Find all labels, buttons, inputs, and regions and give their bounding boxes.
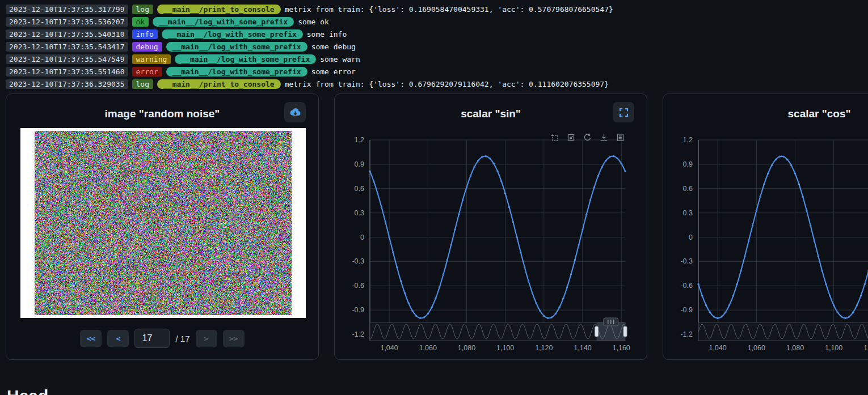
log-line: 2023-12-10T17:37:35.540310 info __main__… bbox=[6, 29, 613, 39]
log-module-badge: __main__/log_with_some_prefix bbox=[153, 17, 294, 27]
svg-text:1,140: 1,140 bbox=[574, 344, 591, 352]
log-line: 2023-12-10T17:37:36.329035 log __main__/… bbox=[6, 79, 613, 89]
pagination: << < / 17 > >> bbox=[6, 329, 318, 348]
svg-text:1,100: 1,100 bbox=[496, 344, 514, 352]
log-line: 2023-12-10T17:37:35.536207 ok __main__/l… bbox=[6, 16, 613, 27]
fullscreen-icon bbox=[618, 107, 629, 118]
svg-text:1,160: 1,160 bbox=[613, 344, 630, 352]
log-module-badge: __main__/log_with_some_prefix bbox=[166, 67, 307, 77]
noise-image-frame bbox=[20, 128, 306, 318]
svg-text:0: 0 bbox=[689, 233, 693, 241]
svg-text:1.2: 1.2 bbox=[683, 136, 693, 144]
panel-title: image "random noise" bbox=[6, 108, 318, 120]
log-line: 2023-12-10T17:37:35.547549 warning __mai… bbox=[6, 54, 613, 64]
log-message: metrix from train: {'loss': 0.6796292079… bbox=[285, 80, 609, 88]
log-message: metrix from train: {'loss': 0.1690584700… bbox=[285, 5, 613, 14]
log-module-badge: __main__/log_with_some_prefix bbox=[166, 42, 307, 52]
app-root: 2023-12-10T17:37:35.317799 log __main__/… bbox=[0, 0, 868, 395]
noise-image bbox=[35, 131, 292, 315]
log-level-badge: error bbox=[132, 67, 162, 77]
log-message: some error bbox=[311, 67, 356, 76]
panel-title: scalar "cos" bbox=[663, 108, 868, 120]
svg-text:1,060: 1,060 bbox=[748, 344, 765, 352]
svg-text:0.6: 0.6 bbox=[355, 185, 364, 193]
prev-page-button[interactable]: < bbox=[107, 330, 129, 347]
svg-text:-1.2: -1.2 bbox=[352, 330, 364, 338]
log-level-badge: warning bbox=[132, 54, 171, 64]
area-zoom-icon[interactable] bbox=[550, 133, 559, 142]
svg-text:0.9: 0.9 bbox=[683, 160, 693, 168]
svg-text:0.3: 0.3 bbox=[355, 209, 364, 217]
log-timestamp: 2023-12-10T17:37:35.547549 bbox=[6, 54, 128, 64]
page-number-input[interactable] bbox=[134, 329, 170, 348]
svg-text:1,120: 1,120 bbox=[535, 344, 553, 352]
svg-text:-0.6: -0.6 bbox=[352, 282, 364, 290]
page-heading: Head bbox=[7, 386, 48, 395]
svg-text:0: 0 bbox=[360, 233, 364, 241]
svg-text:1,120: 1,120 bbox=[863, 344, 868, 352]
page-total-label: / 17 bbox=[175, 334, 189, 343]
svg-text:0.6: 0.6 bbox=[683, 185, 693, 193]
panel-title: scalar "sin" bbox=[335, 108, 647, 120]
svg-text:-0.6: -0.6 bbox=[680, 282, 693, 290]
log-module-badge: __main__/print_to_console bbox=[157, 79, 281, 89]
chart-toolbox bbox=[550, 133, 625, 142]
log-timestamp: 2023-12-10T17:37:35.317799 bbox=[6, 5, 128, 14]
svg-text:0.3: 0.3 bbox=[683, 209, 693, 217]
save-image-icon[interactable] bbox=[599, 133, 609, 142]
log-message: some debug bbox=[311, 43, 356, 51]
svg-text:-0.9: -0.9 bbox=[352, 306, 364, 314]
image-panel: image "random noise" << < / 17 > bbox=[6, 94, 319, 360]
svg-text:1,040: 1,040 bbox=[380, 344, 398, 352]
log-timestamp: 2023-12-10T17:37:35.540310 bbox=[6, 29, 128, 39]
line-chart[interactable]: 1.20.90.60.30-0.3-0.6-0.9-1.21,0401,0601… bbox=[663, 94, 868, 360]
log-line: 2023-12-10T17:37:35.551460 error __main_… bbox=[6, 66, 613, 77]
svg-text:-1.2: -1.2 bbox=[680, 330, 693, 338]
log-level-badge: log bbox=[132, 5, 153, 14]
log-module-badge: __main__/print_to_console bbox=[157, 5, 281, 14]
svg-text:1,100: 1,100 bbox=[825, 344, 842, 352]
next-page-button[interactable]: > bbox=[196, 330, 217, 347]
log-list: 2023-12-10T17:37:35.317799 log __main__/… bbox=[6, 4, 613, 89]
log-timestamp: 2023-12-10T17:37:35.551460 bbox=[6, 67, 128, 77]
log-timestamp: 2023-12-10T17:37:36.329035 bbox=[6, 79, 128, 89]
log-level-badge: log bbox=[132, 79, 153, 89]
log-message: some ok bbox=[298, 18, 329, 26]
svg-text:1,060: 1,060 bbox=[419, 344, 437, 352]
last-page-button[interactable]: >> bbox=[223, 330, 245, 347]
first-page-button[interactable]: << bbox=[80, 330, 102, 347]
log-level-badge: debug bbox=[132, 42, 162, 52]
panels-row: image "random noise" << < / 17 > bbox=[6, 94, 868, 360]
log-level-badge: info bbox=[132, 29, 158, 39]
scalar-cos-panel: 1.20.90.60.30-0.3-0.6-0.9-1.21,0401,0601… bbox=[663, 94, 868, 360]
zoom-reset-icon[interactable] bbox=[566, 133, 576, 142]
log-module-badge: __main__/log_with_some_prefix bbox=[162, 29, 303, 39]
svg-text:1,080: 1,080 bbox=[786, 344, 804, 352]
svg-text:-0.3: -0.3 bbox=[680, 257, 693, 265]
restore-icon[interactable] bbox=[583, 133, 592, 142]
data-view-icon[interactable] bbox=[616, 133, 625, 142]
log-timestamp: 2023-12-10T17:37:35.536207 bbox=[6, 17, 128, 27]
svg-text:-0.9: -0.9 bbox=[680, 306, 693, 314]
svg-text:-0.3: -0.3 bbox=[352, 257, 364, 265]
log-timestamp: 2023-12-10T17:37:35.543417 bbox=[6, 42, 128, 52]
log-line: 2023-12-10T17:37:35.543417 debug __main_… bbox=[6, 41, 613, 52]
log-line: 2023-12-10T17:37:35.317799 log __main__/… bbox=[6, 4, 613, 14]
cloud-download-icon bbox=[288, 107, 302, 118]
log-message: some warn bbox=[320, 55, 360, 63]
svg-text:1,040: 1,040 bbox=[709, 344, 726, 352]
svg-text:1.2: 1.2 bbox=[355, 136, 364, 144]
svg-text:0.9: 0.9 bbox=[355, 160, 364, 168]
scalar-sin-panel: 1.20.90.60.30-0.3-0.6-0.9-1.21,0401,0601… bbox=[334, 94, 647, 360]
svg-text:1,080: 1,080 bbox=[458, 344, 475, 352]
log-message: some info bbox=[307, 30, 347, 39]
log-module-badge: __main__/log_with_some_prefix bbox=[175, 54, 316, 64]
fullscreen-button[interactable] bbox=[613, 102, 634, 122]
download-image-button[interactable] bbox=[284, 102, 306, 122]
log-level-badge: ok bbox=[132, 17, 149, 27]
